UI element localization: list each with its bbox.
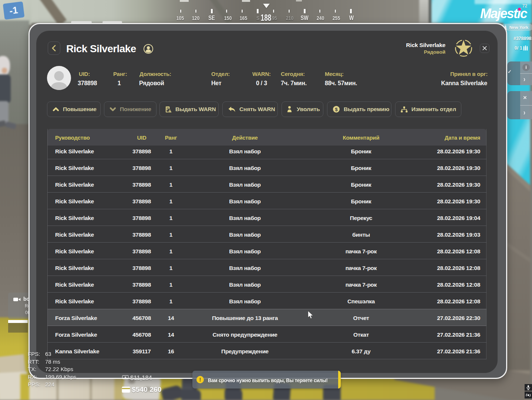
svg-text:$: $: [335, 107, 338, 112]
